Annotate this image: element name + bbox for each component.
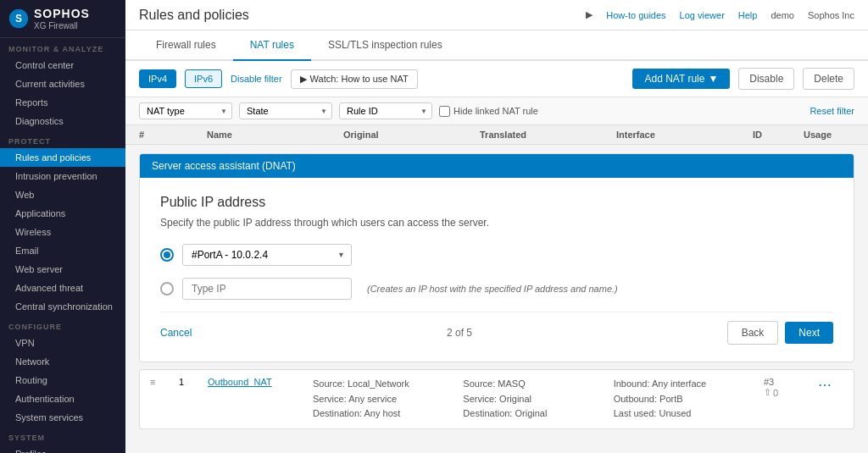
sidebar-item-label: VPN [15, 338, 35, 348]
port-a-dropdown-wrap: #PortA - 10.0.2.4 [182, 244, 352, 266]
help-link[interactable]: Help [738, 10, 758, 20]
content-area: Server access assistant (DNAT) Public IP… [125, 145, 868, 453]
sidebar-item-network[interactable]: Network [0, 352, 125, 371]
up-arrow-icon: ⇧ [764, 387, 771, 398]
ipv4-toggle[interactable]: IPv4 [139, 69, 176, 88]
sidebar-item-diagnostics[interactable]: Diagnostics [0, 112, 125, 130]
sidebar-item-label: Web server [15, 264, 63, 274]
add-nat-rule-button[interactable]: Add NAT rule ▼ [632, 69, 730, 89]
sidebar-item-label: Reports [15, 97, 48, 108]
rule-id-select[interactable]: Rule ID [339, 102, 432, 119]
sidebar-item-reports[interactable]: Reports [0, 93, 125, 112]
sidebar-item-web[interactable]: Web [0, 185, 125, 204]
disable-filter-button[interactable]: Disable filter [231, 74, 282, 84]
server-access-assistant-panel: Server access assistant (DNAT) Public IP… [139, 153, 854, 362]
original-service: Service: Any service [313, 392, 459, 407]
col-name: Name [207, 130, 343, 140]
sidebar-item-label: Applications [15, 208, 65, 218]
sidebar-item-label: System services [15, 412, 83, 423]
sidebar-item-control[interactable]: Control center [0, 56, 125, 75]
logo: S SOPHOS XG Firewall [0, 0, 125, 38]
sidebar-item-email[interactable]: Email [0, 241, 125, 260]
interface-inbound: Inbound: Any interface [614, 377, 760, 392]
sidebar-item-label: Advanced threat [15, 283, 83, 293]
sidebar-item-label: Email [15, 246, 39, 256]
sidebar-item-webserver[interactable]: Web server [0, 260, 125, 279]
more-options-button[interactable]: ⋯ [818, 377, 843, 393]
protect-section-label: PROTECT [0, 130, 125, 148]
radio-option-2: (Creates an IP host with the specified I… [160, 278, 833, 300]
col-original: Original [343, 130, 480, 140]
sidebar-item-label: Control center [15, 60, 74, 70]
translated-source: Source: MASQ [463, 377, 609, 392]
step-indicator: 2 of 5 [192, 327, 726, 339]
col-interface: Interface [616, 130, 753, 140]
user-name: demo [771, 10, 794, 20]
sidebar-item-sysservices[interactable]: System services [0, 408, 125, 427]
tab-ssl-rules[interactable]: SSL/TLS inspection rules [311, 30, 459, 61]
rule-id-text: #3 [764, 377, 774, 387]
log-viewer-link[interactable]: Log viewer [680, 10, 725, 20]
next-button[interactable]: Next [785, 322, 833, 344]
sidebar-item-routing[interactable]: Routing [0, 371, 125, 389]
col-translated: Translated [480, 130, 616, 140]
interface-outbound: Outbound: PortB [614, 392, 760, 407]
sidebar-item-authentication[interactable]: Authentication [0, 389, 125, 408]
hide-linked-checkbox[interactable] [439, 106, 450, 117]
state-select[interactable]: State [239, 102, 332, 119]
sidebar-item-activities[interactable]: Current activities [0, 75, 125, 93]
sidebar-item-profiles[interactable]: Profiles [0, 445, 125, 453]
tab-nat-rules[interactable]: NAT rules [233, 30, 311, 61]
sidebar-item-rules[interactable]: Rules and policies [0, 148, 125, 167]
hide-linked-checkbox-label: Hide linked NAT rule [439, 106, 538, 117]
back-button[interactable]: Back [727, 321, 779, 345]
play-icon: ▶ [300, 74, 307, 85]
sidebar-item-centralsync[interactable]: Central synchronization [0, 297, 125, 316]
usage-info: ⇧ 0 [764, 387, 815, 398]
nat-type-select[interactable]: NAT type [139, 102, 232, 119]
assistant-body: Public IP address Specify the public IP … [140, 178, 854, 362]
sidebar-item-wireless[interactable]: Wireless [0, 223, 125, 241]
translated-destination: Destination: Original [463, 406, 609, 422]
col-usage: Usage [804, 130, 854, 140]
how-to-guides-link[interactable]: How-to guides [606, 10, 665, 20]
radio-button-2[interactable] [160, 282, 174, 296]
sidebar-item-label: Routing [15, 375, 47, 385]
col-id: ID [753, 130, 804, 140]
nat-rule-name-link[interactable]: Outbound_NAT [208, 377, 309, 387]
usage-count: 0 [773, 388, 778, 398]
assistant-footer: Cancel 2 of 5 Back Next [160, 312, 833, 345]
table-row: ≡ 1 Outbound_NAT Source: Local_Network S… [139, 369, 854, 429]
row-number: 1 [179, 377, 204, 387]
nat-type-select-wrap: NAT type [139, 102, 232, 119]
original-destination: Destination: Any host [313, 406, 459, 422]
port-a-select[interactable]: #PortA - 10.0.2.4 [182, 244, 352, 266]
watch-button[interactable]: ▶ Watch: How to use NAT [291, 69, 418, 89]
ipv6-toggle[interactable]: IPv6 [185, 69, 222, 88]
topbar: Rules and policies ▶ How-to guides Log v… [125, 0, 868, 30]
hide-linked-label: Hide linked NAT rule [453, 106, 538, 116]
col-number [173, 130, 207, 140]
sidebar-item-label: Diagnostics [15, 116, 64, 126]
tab-firewall-rules[interactable]: Firewall rules [139, 30, 233, 61]
system-section-label: SYSTEM [0, 427, 125, 445]
main-tabs: Firewall rules NAT rules SSL/TLS inspect… [125, 30, 868, 61]
reset-filter-link[interactable]: Reset filter [810, 106, 854, 116]
radio-option-1: #PortA - 10.0.2.4 [160, 244, 833, 266]
sidebar-item-vpn[interactable]: VPN [0, 334, 125, 352]
sidebar-item-applications[interactable]: Applications [0, 204, 125, 223]
cancel-button[interactable]: Cancel [160, 327, 192, 339]
radio-button-1[interactable] [160, 248, 174, 262]
sidebar-item-label: Wireless [15, 227, 51, 237]
add-nat-rule-label: Add NAT rule [644, 73, 704, 85]
delete-button[interactable]: Delete [803, 68, 854, 90]
main-content: Rules and policies ▶ How-to guides Log v… [125, 0, 868, 453]
sidebar-item-intrusion[interactable]: Intrusion prevention [0, 167, 125, 185]
sidebar-item-label: Authentication [15, 394, 75, 404]
type-ip-input[interactable] [182, 278, 352, 300]
disable-button[interactable]: Disable [738, 68, 794, 90]
sidebar-item-advthreat[interactable]: Advanced threat [0, 279, 125, 297]
row-drag-handle[interactable]: ≡ [150, 377, 175, 387]
interface-info: Inbound: Any interface Outbound: PortB L… [614, 377, 760, 422]
toolbar: IPv4 IPv6 Disable filter ▶ Watch: How to… [125, 61, 868, 97]
